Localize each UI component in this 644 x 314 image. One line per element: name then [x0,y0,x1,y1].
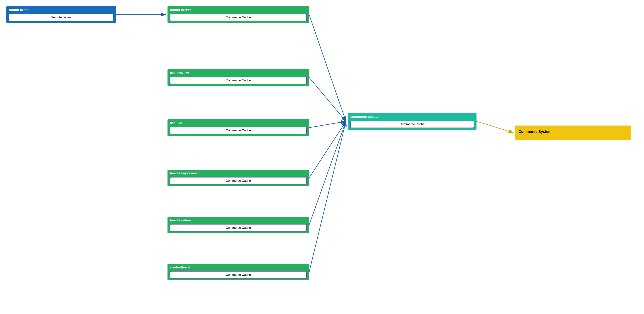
contentfeeder-title: contentfeeder [170,266,306,269]
studio-client-cache-box: Remote Beans [9,14,113,21]
node-headless-preview: headless-preview Commerce Cache [168,170,309,186]
adapter-title: commerce-adapter [350,115,474,119]
node-studio-server: studio-server Commerce Cache [168,6,309,23]
studio-client-title: studio-client [9,8,113,12]
node-cae-live: cae-live Commerce Cache [168,119,309,136]
node-cae-preview: cae-preview Commerce Cache [168,69,309,86]
node-contentfeeder: contentfeeder Commerce Cache [168,264,309,280]
cae-preview-cache-box: Commerce Cache [170,77,306,84]
adapter-cache-box: Commerce Cache [350,121,474,128]
studio-server-cache-box: Commerce Cache [170,14,306,21]
headless-preview-cache-box: Commerce Cache [170,177,306,184]
node-commerce-system: Commerce System [515,126,631,140]
node-studio-client: studio-client Remote Beans [6,6,116,23]
node-headless-live: headless-live Commerce Cache [168,217,309,233]
cae-preview-title: cae-preview [170,71,306,75]
studio-server-title: studio-server [170,8,306,12]
node-commerce-adapter: commerce-adapter Commerce Cache [348,113,477,130]
svg-line-3 [309,15,346,121]
svg-line-4 [309,77,346,121]
arrows-svg [0,0,644,314]
svg-line-6 [309,121,346,178]
contentfeeder-cache-box: Commerce Cache [170,271,306,279]
diagram-container: studio-client Remote Beans studio-server… [0,0,644,314]
cae-live-cache-box: Commerce Cache [170,127,306,134]
svg-line-7 [309,121,346,225]
cae-live-title: cae-live [170,121,306,125]
commerce-system-title: Commerce System [518,130,628,134]
svg-line-8 [309,121,346,272]
headless-live-cache-box: Commerce Cache [170,224,306,232]
headless-preview-title: headless-preview [170,171,306,175]
svg-line-9 [476,121,513,133]
svg-line-5 [309,121,346,128]
headless-live-title: headless-live [170,219,306,222]
